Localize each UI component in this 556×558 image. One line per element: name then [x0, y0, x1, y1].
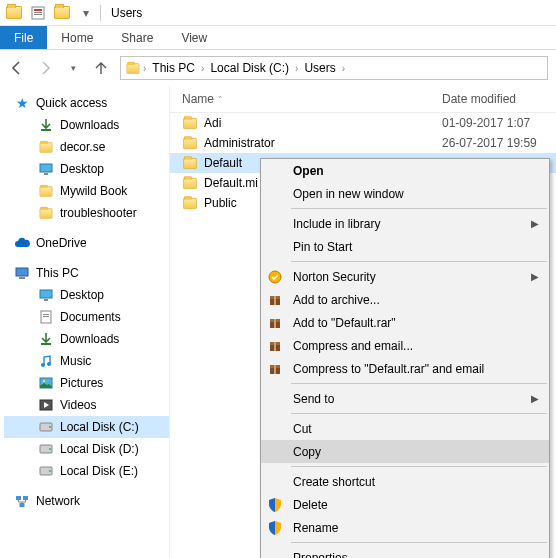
tree-label: Pictures	[60, 376, 103, 390]
ctx-add-archive[interactable]: Add to archive...	[261, 288, 549, 311]
svg-point-18	[43, 380, 45, 382]
tree-decor[interactable]: decor.se	[4, 136, 169, 158]
file-name: Default	[204, 156, 242, 170]
file-name: Public	[204, 196, 237, 210]
svg-rect-3	[34, 14, 42, 15]
tree-mywild[interactable]: Mywild Book	[4, 180, 169, 202]
tab-file[interactable]: File	[0, 26, 47, 49]
ctx-pin-start[interactable]: Pin to Start	[261, 235, 549, 258]
tree-pc-diske[interactable]: Local Disk (E:)	[4, 460, 169, 482]
tree-pc-videos[interactable]: Videos	[4, 394, 169, 416]
tree-pc-downloads[interactable]: Downloads	[4, 328, 169, 350]
chevron-right-icon[interactable]: ›	[342, 63, 345, 74]
props-icon[interactable]	[26, 2, 50, 24]
ctx-compress-email[interactable]: Compress and email...	[261, 334, 549, 357]
folder-icon	[38, 183, 54, 199]
tree-onedrive[interactable]: OneDrive	[4, 232, 169, 254]
ctx-delete[interactable]: Delete	[261, 493, 549, 516]
ctx-compress-to-email[interactable]: Compress to "Default.rar" and email	[261, 357, 549, 380]
tree-network[interactable]: Network	[4, 490, 169, 512]
folder-icon	[183, 157, 197, 168]
svg-rect-14	[41, 343, 51, 345]
tree-quick-access[interactable]: ★ Quick access	[4, 92, 169, 114]
tree-label: OneDrive	[36, 236, 87, 250]
videos-icon	[38, 397, 54, 413]
tree-label: Documents	[60, 310, 121, 324]
ctx-properties[interactable]: Properties	[261, 546, 549, 558]
tree-pc-pictures[interactable]: Pictures	[4, 372, 169, 394]
svg-rect-41	[274, 365, 276, 374]
file-name: Adi	[204, 116, 221, 130]
ctx-copy[interactable]: Copy	[261, 440, 549, 463]
tab-view[interactable]: View	[167, 26, 221, 49]
star-icon: ★	[14, 95, 30, 111]
back-button[interactable]	[8, 59, 26, 77]
tab-share[interactable]: Share	[107, 26, 167, 49]
pc-icon	[14, 265, 30, 281]
ctx-shortcut[interactable]: Create shortcut	[261, 470, 549, 493]
recent-dropdown-icon[interactable]: ▾	[64, 59, 82, 77]
chevron-right-icon[interactable]: ›	[295, 63, 298, 74]
tree-label: Downloads	[60, 118, 119, 132]
svg-rect-26	[16, 496, 21, 500]
tree-pc-diskd[interactable]: Local Disk (D:)	[4, 438, 169, 460]
crumb-thispc[interactable]: This PC	[148, 61, 199, 75]
list-row[interactable]: Adi 01-09-2017 1:07	[170, 113, 556, 133]
tree-label: Videos	[60, 398, 96, 412]
ctx-norton[interactable]: Norton Security▶	[261, 265, 549, 288]
forward-button[interactable]	[36, 59, 54, 77]
folder-icon	[38, 205, 54, 221]
folder-icon	[38, 139, 54, 155]
chevron-right-icon: ▶	[531, 393, 549, 404]
pictures-icon	[38, 375, 54, 391]
tree-label: Quick access	[36, 96, 107, 110]
tree-downloads[interactable]: Downloads	[4, 114, 169, 136]
tree-troubleshooter[interactable]: troubleshooter	[4, 202, 169, 224]
ctx-cut[interactable]: Cut	[261, 417, 549, 440]
svg-point-25	[49, 470, 51, 472]
tree-pc-music[interactable]: Music	[4, 350, 169, 372]
customize-qat-icon[interactable]: ▾	[74, 2, 98, 24]
ctx-include-library[interactable]: Include in library▶	[261, 212, 549, 235]
svg-rect-7	[16, 268, 28, 276]
address-bar[interactable]: › This PC › Local Disk (C:) › Users ›	[120, 56, 548, 80]
tree-pc-desktop[interactable]: Desktop	[4, 284, 169, 306]
desktop-icon	[38, 161, 54, 177]
nav-tree: ★ Quick access Downloads decor.se Deskto…	[0, 86, 170, 558]
documents-icon	[38, 309, 54, 325]
ctx-open-new[interactable]: Open in new window	[261, 182, 549, 205]
tree-label: decor.se	[60, 140, 105, 154]
col-name[interactable]: Name˄	[182, 92, 442, 106]
list-row[interactable]: Administrator 26-07-2017 19:59	[170, 133, 556, 153]
svg-point-16	[47, 362, 51, 366]
svg-point-15	[41, 363, 45, 367]
ctx-rename[interactable]: Rename	[261, 516, 549, 539]
new-folder-icon[interactable]	[50, 2, 74, 24]
tree-pc-documents[interactable]: Documents	[4, 306, 169, 328]
col-date[interactable]: Date modified	[442, 92, 556, 106]
up-button[interactable]	[92, 59, 110, 77]
svg-rect-4	[41, 129, 51, 131]
desktop-icon	[38, 287, 54, 303]
winrar-icon	[261, 316, 289, 330]
folder-icon	[183, 137, 197, 148]
svg-rect-27	[23, 496, 28, 500]
ctx-add-rar[interactable]: Add to "Default.rar"	[261, 311, 549, 334]
ctx-open[interactable]: Open	[261, 159, 549, 182]
tree-desktop[interactable]: Desktop	[4, 158, 169, 180]
tree-thispc[interactable]: This PC	[4, 262, 169, 284]
folder-icon	[2, 2, 26, 24]
crumb-folder[interactable]: Users	[300, 61, 339, 75]
window-title: Users	[111, 6, 142, 20]
tab-home[interactable]: Home	[47, 26, 107, 49]
tree-pc-diskc[interactable]: Local Disk (C:)	[4, 416, 169, 438]
tree-label: Downloads	[60, 332, 119, 346]
crumb-drive[interactable]: Local Disk (C:)	[206, 61, 293, 75]
music-icon	[38, 353, 54, 369]
svg-rect-32	[274, 296, 276, 305]
drive-icon	[38, 441, 54, 457]
chevron-right-icon[interactable]: ›	[201, 63, 204, 74]
winrar-icon	[261, 362, 289, 376]
chevron-right-icon[interactable]: ›	[143, 63, 146, 74]
ctx-send-to[interactable]: Send to▶	[261, 387, 549, 410]
